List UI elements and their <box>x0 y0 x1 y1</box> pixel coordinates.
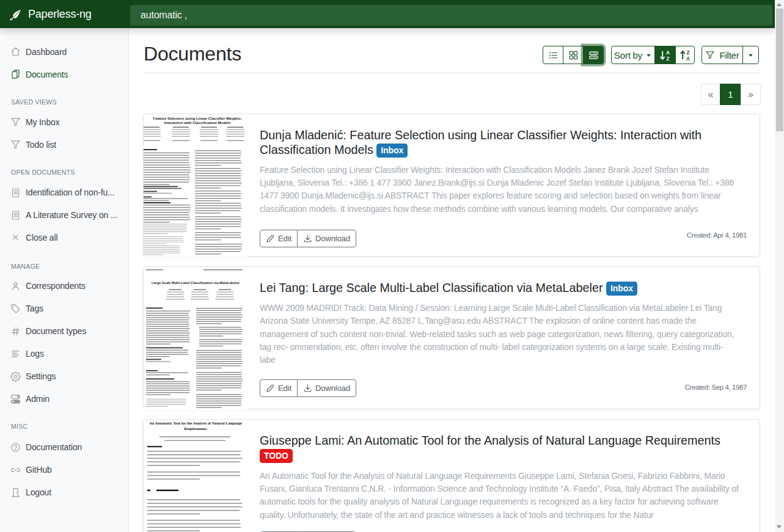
svg-text:Feature Selection using Linear: Feature Selection using Linear Classifie… <box>153 116 241 120</box>
svg-text:A: A <box>686 56 690 60</box>
svg-text:An Automatic Tool for the Anal: An Automatic Tool for the Analysis of Na… <box>149 421 242 425</box>
svg-text:Z: Z <box>686 50 689 56</box>
svg-text:Z: Z <box>666 56 669 60</box>
svg-text:Large Scale Multi-Label Classi: Large Scale Multi-Label Classification v… <box>152 281 240 285</box>
svg-text:Requirements: Requirements <box>184 426 207 431</box>
svg-text:Interaction with Classificatio: Interaction with Classification Models <box>164 120 231 125</box>
svg-text:A: A <box>666 50 670 56</box>
